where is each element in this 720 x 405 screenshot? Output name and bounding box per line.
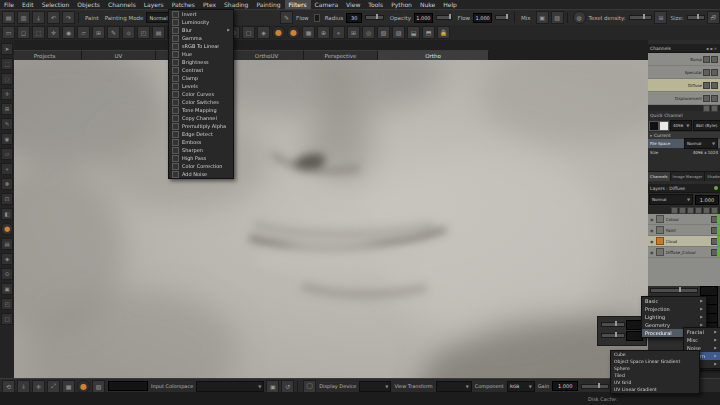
sidebar-tool-icon[interactable]: ➤ <box>1 43 13 55</box>
nav-icon[interactable]: ⟲ <box>2 380 15 393</box>
brush-preview-field[interactable] <box>108 381 148 391</box>
nav-icon[interactable]: ⤓ <box>17 380 30 393</box>
filters-menu-item[interactable]: Brightness <box>169 58 233 66</box>
menu-bar-item[interactable]: File <box>0 0 18 9</box>
sidebar-tool-icon[interactable]: ⊙ <box>1 268 13 280</box>
menu-bar-item[interactable]: Selection <box>38 0 74 9</box>
menu-bar-item[interactable]: Objects <box>73 0 104 9</box>
add-layer-menu-item[interactable]: Lighting ▶ <box>642 313 706 321</box>
menu-bar-item[interactable]: Layers <box>140 0 168 9</box>
quick-channel-depth-dropdown[interactable]: 8bit (Byte)▼ <box>693 120 720 131</box>
tool-icon[interactable]: ● <box>272 26 285 39</box>
nav-icon[interactable]: ✛ <box>32 380 45 393</box>
tool-icon[interactable]: ⊕ <box>317 26 330 39</box>
group-layers-button[interactable] <box>703 207 710 214</box>
file-tool-icon[interactable]: ⤓ <box>32 11 45 24</box>
component-dropdown[interactable]: RGB▼ <box>507 381 535 392</box>
filters-menu-item[interactable]: sRGB To Linear <box>169 42 233 50</box>
pattern-submenu-item[interactable]: Cube <box>611 351 699 358</box>
filters-menu-item[interactable]: Clamp <box>169 74 233 82</box>
display-device-icon[interactable]: 🖵 <box>303 380 316 393</box>
colorspace-reset-icon[interactable]: ↺ <box>281 380 294 393</box>
paint-buffer-icon[interactable]: ✎ <box>280 11 293 24</box>
sidebar-tool-icon[interactable]: ✥ <box>1 178 13 190</box>
sidebar-tool-icon[interactable]: ▱ <box>1 148 13 160</box>
menu-bar-item[interactable]: Tools <box>364 0 387 9</box>
mix-mode-icon[interactable]: ▣ <box>536 11 549 24</box>
tool-icon[interactable]: ▢ <box>242 26 255 39</box>
tool-icon[interactable]: ◰ <box>137 26 150 39</box>
filters-menu-item[interactable]: Gamma <box>169 34 233 42</box>
texel-density-slider[interactable] <box>629 15 653 20</box>
filters-menu-item[interactable]: Color Correction <box>169 162 233 170</box>
palette-controls-icon[interactable]: ▪▪✕ <box>706 46 718 51</box>
filters-menu-item[interactable]: Invert <box>169 10 233 18</box>
tool-icon[interactable]: ◈ <box>257 26 270 39</box>
tool-icon[interactable]: ● <box>287 26 300 39</box>
file-tool-icon[interactable]: ▥ <box>17 11 30 24</box>
palette-tab[interactable]: Channels <box>648 172 671 181</box>
tool-icon[interactable]: ▭ <box>2 26 15 39</box>
flow-checkbox[interactable] <box>314 14 320 22</box>
menu-bar-item[interactable]: Edit <box>18 0 38 9</box>
sidebar-tool-icon[interactable]: ● <box>1 223 13 235</box>
channel-lock-icon[interactable] <box>711 95 718 102</box>
layers-palette-titlebar[interactable]: Layers : Diffuse <box>648 184 720 193</box>
filters-menu-item[interactable]: Premultiply Alpha <box>169 122 233 130</box>
sidebar-tool-icon[interactable]: ◰ <box>1 298 13 310</box>
tool-icon[interactable]: ⊞ <box>347 26 360 39</box>
white-color-swatch[interactable] <box>659 121 669 131</box>
input-colorspace-dropdown[interactable]: ▼ <box>196 381 264 392</box>
procedural-slider[interactable] <box>650 288 698 293</box>
add-procedural-button[interactable] <box>687 207 694 214</box>
sidebar-tool-icon[interactable]: ◌ <box>1 73 13 85</box>
procedural-submenu-item[interactable]: Fractal ▶ <box>684 328 720 336</box>
add-adjustment-button[interactable] <box>679 207 686 214</box>
sidebar-tool-icon[interactable]: ▣ <box>1 283 13 295</box>
black-color-swatch[interactable] <box>649 121 659 131</box>
tool-icon[interactable]: ⬚ <box>32 26 45 39</box>
menu-bar-item[interactable]: Filters <box>285 0 311 9</box>
filters-menu-item[interactable]: Copy Channel <box>169 114 233 122</box>
sidebar-tool-icon[interactable]: ▢ <box>1 313 13 325</box>
tool-icon[interactable]: 🔒 <box>437 26 450 39</box>
gain-field[interactable]: 1.000 <box>552 381 578 391</box>
tool-icon[interactable]: ⊞ <box>92 26 105 39</box>
menu-bar-item[interactable]: Help <box>439 0 461 9</box>
tool-icon[interactable]: ◎ <box>362 26 375 39</box>
nav-icon[interactable]: ⤢ <box>47 380 60 393</box>
opacity-field[interactable]: 1.000 <box>414 13 433 23</box>
channel-lock-icon[interactable] <box>711 82 718 89</box>
sidebar-tool-icon[interactable]: ▤ <box>1 238 13 250</box>
tool-icon[interactable]: ▤ <box>152 26 165 39</box>
menu-bar-item[interactable]: Shading <box>220 0 252 9</box>
channel-row[interactable]: Bump <box>648 53 720 66</box>
tool-icon[interactable]: ⟐ <box>122 26 135 39</box>
tool-icon[interactable]: ◉ <box>62 26 75 39</box>
opacity-slider[interactable] <box>436 15 452 20</box>
radius-field[interactable]: 30 <box>346 13 362 23</box>
viewport-canvas[interactable] <box>14 60 648 378</box>
menu-bar-item[interactable]: Painting <box>252 0 284 9</box>
file-space-dropdown[interactable]: Normal▼ <box>684 138 718 149</box>
filters-menu-item[interactable]: Hue <box>169 50 233 58</box>
tool-icon[interactable]: ⬒ <box>422 26 435 39</box>
tool-icon[interactable]: ▱ <box>77 26 90 39</box>
filters-menu-item[interactable]: Add Noise <box>169 170 233 178</box>
pattern-submenu-item[interactable]: Object Space Linear Gradient <box>611 358 699 365</box>
flow-field[interactable]: 1.000 <box>473 13 492 23</box>
size-options-icon[interactable]: 🗗 <box>707 11 720 24</box>
menu-bar-item[interactable]: Ptex <box>199 0 220 9</box>
layer-row[interactable]: ◉ Colour <box>648 214 720 225</box>
add-mask-button[interactable] <box>695 207 702 214</box>
pattern-submenu-item[interactable]: UV Linear Gradient <box>611 386 699 393</box>
filters-menu-item[interactable]: Contrast <box>169 66 233 74</box>
nav-icon[interactable]: ● <box>77 380 90 393</box>
mix-mode-alt-icon[interactable]: ▨ <box>551 11 564 24</box>
sidebar-tool-icon[interactable]: ⌖ <box>1 163 13 175</box>
radius-slider[interactable] <box>365 15 383 20</box>
filters-menu-item[interactable]: Sharpen <box>169 146 233 154</box>
add-channel-button[interactable] <box>703 105 710 112</box>
tool-icon[interactable]: ✛ <box>47 26 60 39</box>
pattern-submenu-item[interactable]: Sphere <box>611 365 699 372</box>
